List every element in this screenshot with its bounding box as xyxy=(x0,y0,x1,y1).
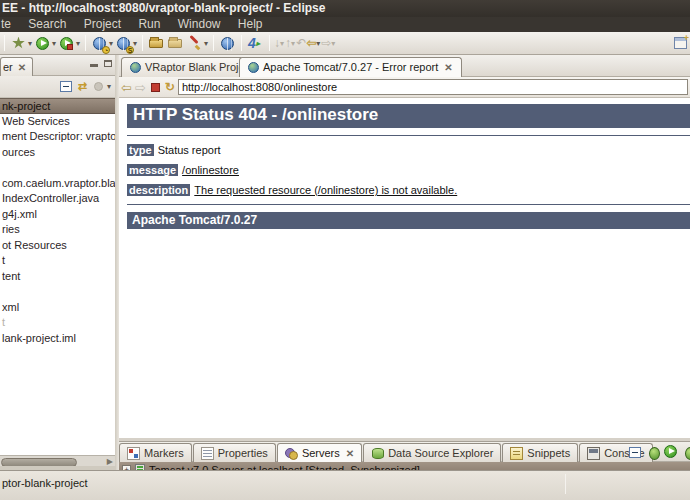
scrollbar-right-arrow-icon[interactable]: ▶ xyxy=(107,457,113,466)
web-service-client-dropdown-icon[interactable]: ▾ xyxy=(133,39,137,48)
tree-item[interactable]: Web Services xyxy=(0,114,115,130)
start-server-icon[interactable] xyxy=(664,445,679,460)
tab-properties[interactable]: Properties xyxy=(193,443,276,462)
collapse-all-icon[interactable] xyxy=(60,81,72,92)
tab-apache-tomcat-error-report[interactable]: Apache Tomcat/7.0.27 - Error report ✕ xyxy=(239,57,462,77)
refresh-icon[interactable]: ↻ xyxy=(165,80,175,94)
menu-run[interactable]: Run xyxy=(138,17,160,32)
back-arrow-icon[interactable]: ⇦ xyxy=(306,36,316,50)
debug-server-icon[interactable] xyxy=(647,446,660,459)
tree-item[interactable]: ot Resources xyxy=(0,238,115,254)
run-dropdown-icon[interactable]: ▾ xyxy=(52,39,56,48)
next-annotation-dropdown-icon[interactable]: ▾ xyxy=(291,39,295,48)
field-label: description xyxy=(127,184,190,196)
web-browser-icon[interactable] xyxy=(219,35,236,52)
main-toolbar: ▾ ▾ ▾ ◔ ▾ S ▾ ▾ 4 ↓ ▾ ↑ ▾ ↶ ⇦ ▾ ⇨ ▾ xyxy=(0,32,690,55)
statusbar-selection-text: ptor-blank-project xyxy=(2,477,88,489)
paintbrush-icon[interactable] xyxy=(186,35,203,52)
project-tree: nk-project Web Services ment Descriptor:… xyxy=(0,98,115,455)
close-icon[interactable]: ✕ xyxy=(444,58,452,77)
collapse-all-icon[interactable] xyxy=(629,447,641,458)
close-icon[interactable]: ✕ xyxy=(18,62,26,73)
forward-arrow-icon[interactable]: ⇨ xyxy=(321,36,331,50)
last-annotation-dropdown-icon[interactable]: ▾ xyxy=(280,39,284,48)
profile-server-icon[interactable] xyxy=(683,446,690,459)
menu-search[interactable]: Search xyxy=(28,17,66,32)
statusbar: ptor-blank-project xyxy=(0,470,690,500)
web-service-icon[interactable]: ◔ xyxy=(91,35,108,52)
run-external-tools-icon[interactable] xyxy=(58,35,75,52)
properties-icon xyxy=(201,447,214,460)
error-field-description: descriptionThe requested resource (/onli… xyxy=(127,184,690,196)
tab-data-source-explorer[interactable]: Data Source Explorer xyxy=(363,443,501,462)
url-input[interactable] xyxy=(178,79,688,95)
servers-view-toolbar xyxy=(626,443,690,461)
servers-icon xyxy=(285,447,298,460)
close-icon[interactable]: ✕ xyxy=(346,445,354,462)
web-service-dropdown-icon[interactable]: ▾ xyxy=(109,39,113,48)
tree-item[interactable]: ries xyxy=(0,222,115,238)
external-tools-dropdown-icon[interactable]: ▾ xyxy=(76,39,80,48)
tree-item[interactable]: t xyxy=(0,253,115,269)
tree-item[interactable]: lank-project.iml xyxy=(0,331,115,347)
stop-icon[interactable] xyxy=(151,83,160,92)
browser-tab-icon xyxy=(130,62,141,73)
minimize-icon[interactable] xyxy=(90,64,98,67)
browser-tab-icon xyxy=(248,62,259,73)
maximize-icon[interactable] xyxy=(104,60,112,67)
run-icon[interactable] xyxy=(34,35,51,52)
field-value: Status report xyxy=(158,144,221,156)
markers-icon xyxy=(127,447,140,460)
tree-item[interactable]: IndexController.java xyxy=(0,191,115,207)
bottom-tab-label: Data Source Explorer xyxy=(388,445,493,462)
tree-item xyxy=(0,160,115,176)
view-window-buttons xyxy=(90,59,112,69)
tree-item[interactable]: ment Descriptor: vraptor-bla xyxy=(0,129,115,145)
view-menu-icon[interactable]: ▾ xyxy=(107,82,111,91)
bottom-tab-label: Snippets xyxy=(527,445,570,462)
window-titlebar[interactable]: EE - http://localhost:8080/vraptor-blank… xyxy=(0,0,690,17)
tree-item[interactable]: tent xyxy=(0,269,115,285)
link-with-editor-icon[interactable]: ⇄ xyxy=(78,80,87,93)
menu-help[interactable]: Help xyxy=(238,17,263,32)
editor-area: VRaptor Blank Project Apache Tomcat/7.0.… xyxy=(119,55,690,470)
console-icon xyxy=(587,447,600,460)
toolbar-separator xyxy=(269,35,270,51)
tab-snippets[interactable]: Snippets xyxy=(502,443,578,462)
statusbar-divider xyxy=(565,474,566,494)
window-title: EE - http://localhost:8080/vraptor-blank… xyxy=(2,1,325,15)
field-value: /onlinestore xyxy=(182,164,239,176)
javaee-icon[interactable]: 4 xyxy=(247,35,264,52)
forward-dropdown-icon[interactable]: ▾ xyxy=(331,39,335,48)
explorer-tabbar: er ✕ xyxy=(0,55,115,76)
toolbar-separator xyxy=(213,35,214,51)
tree-item[interactable]: t xyxy=(0,315,115,331)
focus-icon[interactable] xyxy=(94,82,103,91)
open-folder-alt-icon[interactable] xyxy=(167,35,184,52)
forward-icon[interactable]: ⇨ xyxy=(135,81,146,94)
tab-project-explorer[interactable]: er ✕ xyxy=(0,57,33,76)
menu-window[interactable]: Window xyxy=(178,17,221,32)
back-history-icon[interactable]: ↶ xyxy=(296,36,306,50)
tree-item[interactable]: g4j.xml xyxy=(0,207,115,223)
paintbrush-dropdown-icon[interactable]: ▾ xyxy=(204,39,208,48)
tree-item[interactable]: nk-project xyxy=(0,98,115,114)
menu-navigate-fragment[interactable]: te xyxy=(1,17,11,32)
editor-tab-label: VRaptor Blank Project xyxy=(145,58,253,77)
tab-servers[interactable]: Servers ✕ xyxy=(277,443,362,462)
project-explorer-view: er ✕ ⇄ ▾ nk-project Web Services ment De… xyxy=(0,55,115,470)
debug-icon[interactable] xyxy=(10,35,27,52)
tree-item[interactable]: ources xyxy=(0,145,115,161)
web-service-client-icon[interactable]: S xyxy=(115,35,132,52)
bottom-tab-label: Properties xyxy=(218,445,268,462)
tree-item[interactable]: com.caelum.vraptor.blank xyxy=(0,176,115,192)
tab-markers[interactable]: Markers xyxy=(119,443,192,462)
menu-project[interactable]: Project xyxy=(84,17,121,32)
open-folder-icon[interactable] xyxy=(148,35,165,52)
back-dropdown-icon[interactable]: ▾ xyxy=(316,39,320,48)
back-icon[interactable]: ⇦ xyxy=(121,81,132,94)
toolbar-separator xyxy=(142,35,143,51)
open-perspective-icon[interactable] xyxy=(672,35,689,52)
debug-dropdown-icon[interactable]: ▾ xyxy=(28,39,32,48)
tree-item[interactable]: xml xyxy=(0,300,115,316)
